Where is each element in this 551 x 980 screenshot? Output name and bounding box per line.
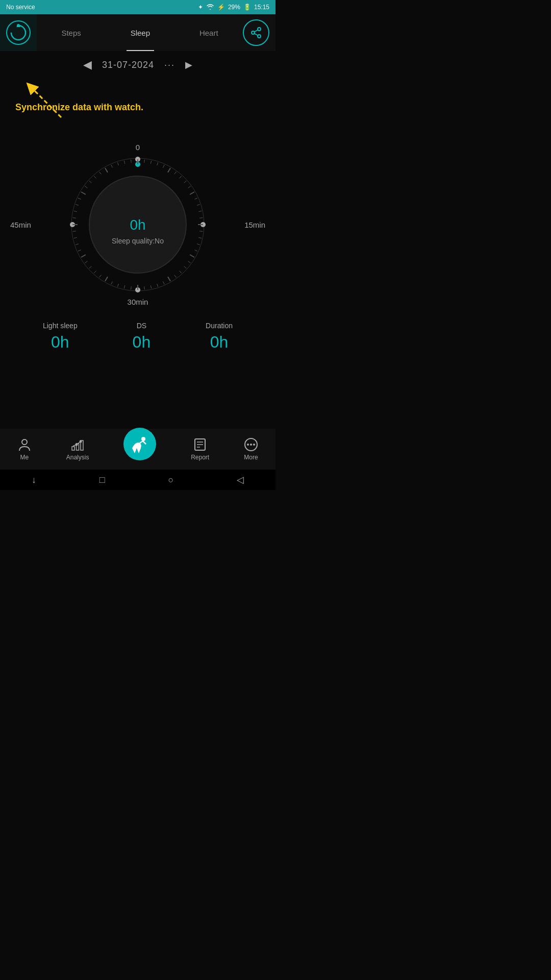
svg-line-24 xyxy=(180,176,182,178)
chart-icon xyxy=(70,437,85,452)
svg-line-26 xyxy=(188,186,191,188)
svg-line-44 xyxy=(157,284,158,287)
svg-line-6 xyxy=(255,30,258,32)
sleep-stats: Light sleep 0h DS 0h Duration 0h xyxy=(0,311,276,362)
svg-point-5 xyxy=(258,35,261,38)
stat-ds: DS 0h xyxy=(133,322,151,352)
svg-line-30 xyxy=(198,211,202,211)
svg-line-49 xyxy=(124,285,124,288)
sleep-dial-container: 0 45min 15min 30min xyxy=(0,143,276,306)
date-nav: ◀ 31-07-2024 ··· ▶ xyxy=(0,51,276,77)
svg-point-90 xyxy=(250,444,252,446)
carrier-text: No service xyxy=(6,4,35,11)
svg-line-46 xyxy=(144,286,145,289)
svg-line-67 xyxy=(81,192,86,194)
system-nav-bar: ↓ □ ○ ◁ xyxy=(0,470,276,490)
svg-line-7 xyxy=(255,34,258,36)
svg-line-48 xyxy=(131,286,132,289)
tab-heart[interactable]: Heart xyxy=(195,14,222,51)
svg-line-45 xyxy=(151,285,151,288)
svg-line-38 xyxy=(188,261,191,263)
battery-icon: 🔋 xyxy=(243,4,251,11)
svg-line-41 xyxy=(174,275,177,278)
svg-line-34 xyxy=(198,237,202,238)
svg-line-33 xyxy=(199,231,203,232)
nav-me[interactable]: Me xyxy=(17,437,32,461)
dial-svg: 0h Sleep quality:No xyxy=(66,153,209,296)
time-text: 15:15 xyxy=(254,4,269,11)
stat-duration-label: Duration xyxy=(206,322,233,330)
dial-label-top: 0 xyxy=(136,143,140,152)
stat-light-value: 0h xyxy=(43,333,78,352)
nav-back-button[interactable]: ◁ xyxy=(237,474,244,485)
nav-analysis[interactable]: Analysis xyxy=(66,437,89,461)
home-center-button[interactable] xyxy=(123,428,156,460)
svg-line-59 xyxy=(76,244,79,245)
svg-line-50 xyxy=(117,284,118,287)
report-icon xyxy=(193,437,207,452)
svg-point-4 xyxy=(252,31,255,34)
stat-ds-value: 0h xyxy=(133,333,151,352)
svg-line-43 xyxy=(163,281,164,284)
stat-duration: Duration 0h xyxy=(206,322,233,352)
svg-line-56 xyxy=(85,261,87,263)
svg-line-21 xyxy=(163,165,164,167)
svg-line-20 xyxy=(157,162,158,165)
svg-line-58 xyxy=(78,250,81,251)
svg-line-70 xyxy=(94,176,96,178)
wifi-icon xyxy=(206,4,214,11)
status-icons: ✦ ⚡ 29% 🔋 15:15 xyxy=(198,4,269,11)
home-icon xyxy=(130,434,150,454)
svg-line-69 xyxy=(89,181,91,183)
bluetooth-icon: ✦ xyxy=(198,4,203,11)
stat-duration-value: 0h xyxy=(206,333,233,352)
share-button[interactable] xyxy=(243,19,269,46)
charging-icon: ⚡ xyxy=(217,4,225,11)
svg-point-0 xyxy=(11,26,26,40)
svg-line-35 xyxy=(197,244,200,245)
svg-line-55 xyxy=(89,266,91,268)
svg-line-75 xyxy=(124,161,124,164)
svg-rect-78 xyxy=(72,447,74,450)
dial-hours-suffix: h xyxy=(138,217,146,233)
dial-quality: Sleep quality:No xyxy=(112,237,164,245)
next-date-icon: ▶ xyxy=(185,59,192,70)
date-dots: ··· xyxy=(164,60,175,70)
status-bar: No service ✦ ⚡ 29% 🔋 15:15 xyxy=(0,0,276,14)
svg-line-23 xyxy=(174,172,177,174)
person-icon xyxy=(17,437,32,452)
svg-line-74 xyxy=(117,162,118,165)
nav-circle-button[interactable]: ○ xyxy=(168,475,173,485)
annotation-area: Synchronize data with watch. xyxy=(0,77,276,138)
svg-line-61 xyxy=(73,231,76,232)
svg-line-66 xyxy=(78,198,81,199)
svg-line-54 xyxy=(94,271,96,273)
svg-line-51 xyxy=(111,281,112,284)
prev-date-button[interactable]: ◀ xyxy=(83,58,92,71)
svg-line-40 xyxy=(180,271,182,273)
svg-line-64 xyxy=(74,211,77,211)
svg-line-37 xyxy=(190,255,194,257)
nav-down-button[interactable]: ↓ xyxy=(32,475,36,485)
nav-more[interactable]: More xyxy=(244,437,258,461)
sync-hint: Synchronize data with watch. xyxy=(15,102,265,113)
nav-home[interactable] xyxy=(123,438,156,460)
svg-line-19 xyxy=(151,161,151,164)
svg-point-89 xyxy=(247,444,249,446)
svg-line-28 xyxy=(194,198,197,199)
sync-button[interactable] xyxy=(0,14,37,51)
svg-line-25 xyxy=(184,181,186,183)
svg-line-18 xyxy=(144,160,145,163)
dial-label-left: 45min xyxy=(10,220,31,229)
bottom-nav: Me Analysis Report xyxy=(0,429,276,470)
nav-report[interactable]: Report xyxy=(191,437,209,461)
dial-label-bottom: 30min xyxy=(128,298,148,306)
tab-sleep[interactable]: Sleep xyxy=(127,14,154,51)
sync-icon xyxy=(6,20,31,45)
svg-line-52 xyxy=(105,277,108,281)
svg-line-68 xyxy=(85,186,87,188)
tab-steps[interactable]: Steps xyxy=(57,14,85,51)
svg-line-39 xyxy=(184,266,186,268)
nav-square-button[interactable]: □ xyxy=(99,475,105,485)
svg-line-53 xyxy=(99,275,102,278)
